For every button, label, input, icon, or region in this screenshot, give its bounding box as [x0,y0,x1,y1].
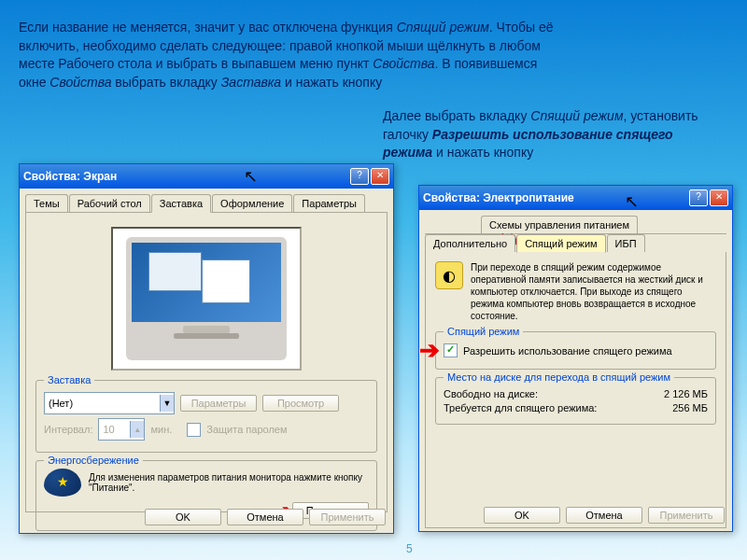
window-title: Свойства: Электропитание [423,191,574,204]
display-properties-dialog: Свойства: Экран ? ✕ ↖ Темы Рабочий стол … [19,163,394,534]
tab-content: Заставка (Нет)▼ Параметры Просмотр Интер… [25,213,388,512]
hibernate-group: Спящий режим ➔ Разрешить использование с… [435,331,716,370]
red-arrow-icon: ➔ [419,338,440,362]
page-number: 5 [406,542,413,555]
enable-hibernate-checkbox[interactable] [444,343,458,357]
dialog-buttons: OK Отмена Применить [145,509,386,525]
close-button[interactable]: ✕ [371,168,389,185]
power-options-dialog: Свойства: Электропитание ? ✕ ↖ Схемы упр… [418,185,733,532]
interval-label: Интервал: [44,424,92,435]
tab-appearance[interactable]: Оформление [212,194,292,212]
group-label: Место на диске для перехода в спящий реж… [444,371,674,383]
tab-advanced[interactable]: Дополнительно [425,234,515,252]
free-disk-value: 2 126 МБ [664,388,708,399]
tab-row: Темы Рабочий стол Заставка Оформление Па… [25,194,388,213]
settings-button[interactable]: Параметры [180,395,257,412]
tab-themes[interactable]: Темы [25,194,68,212]
hibernate-icon: ◐ [435,261,463,289]
enable-hibernate-label: Разрешить использование спящего режима [463,345,672,357]
cursor-icon: ↖ [244,166,258,187]
cancel-button[interactable]: Отмена [227,509,303,525]
screensaver-select[interactable]: (Нет)▼ [44,392,175,414]
interval-spinner[interactable]: 10▴ [98,418,145,441]
screensaver-group: Заставка (Нет)▼ Параметры Просмотр Интер… [35,380,377,453]
interval-unit: мин. [150,424,172,435]
ok-button[interactable]: OK [484,507,560,524]
close-button[interactable]: ✕ [710,189,728,206]
free-disk-label: Свободно на диске: [444,388,538,399]
apply-button[interactable]: Применить [309,509,386,525]
window-title: Свойства: Экран [23,170,117,183]
chevron-down-icon: ▼ [160,395,174,412]
titlebar[interactable]: Свойства: Экран ? ✕ [20,164,393,189]
ok-button[interactable]: OK [145,509,221,525]
help-button[interactable]: ? [350,168,369,185]
tab-hibernate[interactable]: Спящий режим [516,234,605,253]
cursor-icon: ↖ [625,191,639,212]
group-label: Спящий режим [444,326,523,337]
energy-star-icon [44,469,81,497]
instruction-text-1: Если название не меняется, значит у вас … [19,19,560,91]
required-disk-label: Требуется для спящего режима: [444,402,597,413]
disk-space-group: Место на диске для перехода в спящий реж… [435,377,716,425]
group-label: Энергосбережение [44,455,143,466]
energy-text: Для изменения параметров питания монитор… [89,472,369,493]
group-label: Заставка [44,374,94,385]
instruction-text-2: Далее выбрать вкладку Спящий режим, уста… [383,107,719,162]
tab-screensaver[interactable]: Заставка [151,194,211,213]
monitor-preview [111,227,302,371]
password-checkbox[interactable] [187,423,201,437]
cancel-button[interactable]: Отмена [566,507,642,524]
dialog-buttons: OK Отмена Применить [484,507,725,524]
tab-desktop[interactable]: Рабочий стол [69,194,150,212]
tab-content: ◐ При переходе в спящий режим содержимое… [425,252,726,528]
hibernate-description: При переходе в спящий режим содержимое о… [471,261,716,322]
help-button[interactable]: ? [689,189,708,206]
apply-button[interactable]: Применить [648,507,725,524]
preview-button[interactable]: Просмотр [262,395,339,412]
required-disk-value: 256 МБ [672,402,708,413]
password-label: Защита паролем [206,424,287,435]
tab-ups[interactable]: ИБП [607,234,645,252]
tab-settings[interactable]: Параметры [293,194,365,212]
titlebar[interactable]: Свойства: Электропитание ? ✕ [419,186,732,210]
